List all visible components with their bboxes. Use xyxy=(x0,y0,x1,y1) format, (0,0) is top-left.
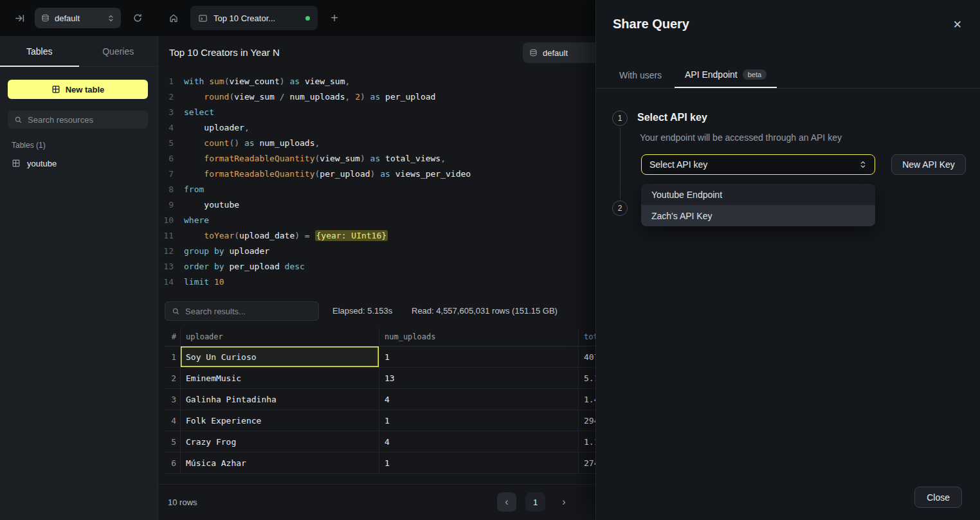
select-api-key-heading: Select API key xyxy=(637,112,707,123)
cell-uploader[interactable]: EminemMusic xyxy=(181,368,379,388)
editor-gutter: 1234567891011121314 xyxy=(158,74,174,290)
code-token: , xyxy=(440,154,446,163)
prev-page-icon[interactable]: ‹ xyxy=(497,492,516,512)
code-line[interactable]: formatReadableQuantity(view_sum) as tota… xyxy=(184,151,471,166)
sql-editor[interactable]: 1234567891011121314 with sum(view_count)… xyxy=(158,74,471,290)
code-token: , xyxy=(315,138,320,148)
cell-num-uploads[interactable]: 1 xyxy=(379,410,579,431)
table-icon xyxy=(12,159,21,168)
code-line[interactable]: round(view_sum / num_uploads, 2) as per_… xyxy=(184,89,471,105)
code-token xyxy=(184,123,204,132)
code-token: , xyxy=(244,123,250,132)
code-token: views_per_video xyxy=(395,169,471,179)
line-number: 7 xyxy=(158,166,174,182)
chevron-updown-icon xyxy=(859,161,867,168)
code-line[interactable]: where xyxy=(184,213,471,228)
database-icon xyxy=(41,13,50,22)
query-tab[interactable]: Top 10 Creator... xyxy=(190,6,318,30)
current-page[interactable]: 1 xyxy=(525,492,545,512)
code-token xyxy=(184,138,204,148)
line-number: 13 xyxy=(158,259,174,274)
cell-num-uploads[interactable]: 1 xyxy=(379,453,579,473)
row-count: 10 rows xyxy=(168,498,197,507)
sidebar: Tables Queries New table Tables (1) yout… xyxy=(0,36,158,520)
cell-uploader[interactable]: Música Azhar xyxy=(181,453,379,473)
line-number: 2 xyxy=(158,89,174,105)
collapse-sidebar-icon[interactable] xyxy=(12,10,27,26)
code-line[interactable]: with sum(view_count) as view_sum, xyxy=(184,74,471,89)
row-index[interactable]: 5 xyxy=(165,431,181,452)
tab-api-endpoint[interactable]: API Endpoint beta xyxy=(675,62,777,88)
editor-code[interactable]: with sum(view_count) as view_sum, round(… xyxy=(184,74,471,290)
cell-num-uploads[interactable]: 1 xyxy=(379,346,579,367)
line-number: 11 xyxy=(158,228,174,244)
query-title: Top 10 Creators in Year N xyxy=(169,47,280,58)
code-token xyxy=(184,200,204,210)
code-token xyxy=(184,154,204,163)
cell-num-uploads[interactable]: 13 xyxy=(379,368,579,388)
code-line[interactable]: youtube xyxy=(184,197,471,213)
code-line[interactable]: from xyxy=(184,182,471,197)
close-button[interactable]: Close xyxy=(914,487,962,508)
code-line[interactable]: count() as num_uploads, xyxy=(184,136,471,151)
api-key-select[interactable]: Select API key xyxy=(641,154,875,175)
code-line[interactable]: uploader, xyxy=(184,120,471,136)
code-line[interactable]: group by uploader xyxy=(184,244,471,259)
code-line[interactable]: limit 10 xyxy=(184,274,471,290)
code-token: , xyxy=(345,92,355,102)
column-header-uploader[interactable]: uploader xyxy=(181,328,379,346)
cell-uploader[interactable]: Crazy Frog xyxy=(181,431,379,452)
step-2-indicator: 2 xyxy=(612,201,628,216)
code-token: num_uploads xyxy=(289,92,345,102)
code-line[interactable]: order by per_upload desc xyxy=(184,259,471,274)
tab-api-endpoint-label: API Endpoint xyxy=(685,69,738,80)
tab-tables[interactable]: Tables xyxy=(0,36,79,66)
new-tab-icon[interactable]: + xyxy=(327,10,342,26)
sidebar-search-input[interactable] xyxy=(28,115,141,125)
tab-with-users[interactable]: With users xyxy=(619,62,662,88)
row-index[interactable]: 6 xyxy=(165,453,181,473)
menu-item-youtube-endpoint[interactable]: Youtube Endpoint xyxy=(641,184,875,205)
column-header-num-uploads[interactable]: num_uploads xyxy=(379,328,579,346)
cell-uploader[interactable]: Folk Experience xyxy=(181,410,379,431)
cell-num-uploads[interactable]: 4 xyxy=(379,431,579,452)
code-token: sum xyxy=(209,76,224,86)
code-token: ( xyxy=(234,231,239,240)
code-token: formatReadableQuantity xyxy=(204,169,314,179)
row-index[interactable]: 2 xyxy=(165,368,181,388)
code-token: group by xyxy=(184,246,229,256)
code-line[interactable]: select xyxy=(184,105,471,120)
sidebar-item-youtube[interactable]: youtube xyxy=(8,154,150,172)
code-token: view_count xyxy=(229,76,279,86)
code-token: ) = xyxy=(295,231,314,240)
row-index[interactable]: 3 xyxy=(165,389,181,409)
next-page-icon[interactable]: › xyxy=(554,492,574,512)
code-token: toYear xyxy=(204,231,234,240)
cell-uploader-selected[interactable]: Soy Un Curioso xyxy=(181,346,379,367)
row-index[interactable]: 1 xyxy=(165,346,181,367)
elapsed-stat: Elapsed: 5.153s xyxy=(332,306,392,316)
new-api-key-button[interactable]: New API Key xyxy=(891,154,966,175)
query-database-selector[interactable]: default xyxy=(523,42,600,63)
database-selector[interactable]: default xyxy=(35,8,121,28)
code-token: youtube xyxy=(204,200,239,210)
query-database-label: default xyxy=(543,48,568,58)
cell-uploader[interactable]: Galinha Pintadinha xyxy=(181,389,379,409)
code-token: total_views xyxy=(385,154,440,163)
results-search-input[interactable] xyxy=(185,307,312,316)
code-line[interactable]: toYear(upload_date) = {year: UInt16} xyxy=(184,228,471,244)
refresh-icon[interactable] xyxy=(130,10,145,26)
code-token: select xyxy=(184,107,214,117)
row-index[interactable]: 4 xyxy=(165,410,181,431)
new-table-button[interactable]: New table xyxy=(8,80,148,99)
code-line[interactable]: formatReadableQuantity(per_upload) as vi… xyxy=(184,166,471,182)
cell-num-uploads[interactable]: 4 xyxy=(379,389,579,409)
code-token: formatReadableQuantity xyxy=(204,154,314,163)
column-header-index[interactable]: # xyxy=(165,328,181,346)
tab-queries[interactable]: Queries xyxy=(79,36,158,66)
share-query-modal: Share Query ✕ With users API Endpoint be… xyxy=(595,0,980,520)
menu-item-zachs-api-key[interactable]: Zach's API Key xyxy=(641,205,875,226)
close-icon[interactable]: ✕ xyxy=(953,18,962,31)
code-token: order by xyxy=(184,262,229,271)
home-icon[interactable] xyxy=(166,10,181,26)
